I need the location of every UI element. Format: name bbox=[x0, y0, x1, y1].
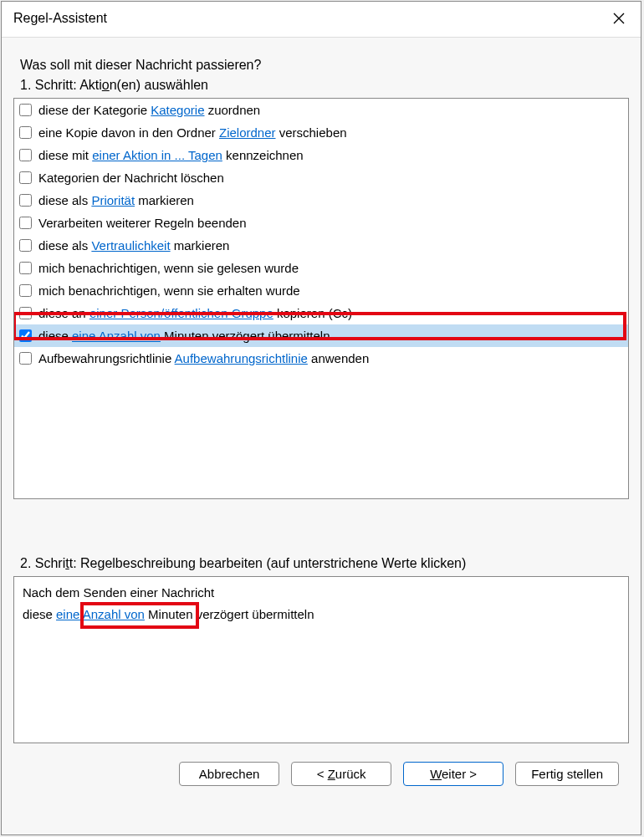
button-bar: Abbrechen < Zurück Weiter > Fertig stell… bbox=[12, 743, 631, 799]
next-button[interactable]: Weiter > bbox=[403, 762, 503, 786]
action-label: Verarbeiten weiterer Regeln beenden bbox=[38, 212, 247, 233]
action-checkbox[interactable] bbox=[19, 171, 32, 184]
action-checkbox[interactable] bbox=[19, 194, 32, 207]
rules-wizard-dialog: Regel-Assistent Was soll mit dieser Nach… bbox=[1, 1, 641, 835]
actions-listbox[interactable]: diese der Kategorie Kategorie zuordnenei… bbox=[13, 98, 629, 499]
step1-label: 1. Schritt: Aktion(en) auswählen bbox=[12, 78, 631, 98]
action-link[interactable]: Vertraulichkeit bbox=[91, 238, 170, 253]
action-label: diese mit einer Aktion in ... Tagen kenn… bbox=[38, 145, 304, 166]
action-item[interactable]: Kategorien der Nachricht löschen bbox=[14, 166, 628, 189]
rule-description-box[interactable]: Nach dem Senden einer Nachricht diese ei… bbox=[13, 576, 629, 743]
action-checkbox[interactable] bbox=[19, 307, 32, 319]
close-icon bbox=[613, 13, 625, 24]
step2-label: 2. Schritt: Regelbeschreibung bearbeiten… bbox=[12, 533, 631, 576]
action-checkbox[interactable] bbox=[19, 284, 32, 297]
action-link[interactable]: Zielordner bbox=[219, 125, 276, 140]
action-item[interactable]: mich benachrichtigen, wenn sie erhalten … bbox=[14, 279, 628, 302]
action-label: Aufbewahrungsrichtlinie Aufbewahrungsric… bbox=[38, 348, 369, 369]
action-link[interactable]: Aufbewahrungsrichtlinie bbox=[175, 351, 308, 365]
action-checkbox[interactable] bbox=[19, 262, 32, 274]
action-checkbox[interactable] bbox=[19, 329, 32, 342]
finish-button[interactable]: Fertig stellen bbox=[515, 762, 619, 786]
action-checkbox[interactable] bbox=[19, 126, 32, 139]
action-link[interactable]: Kategorie bbox=[151, 103, 204, 117]
action-label: diese als Priorität markieren bbox=[38, 190, 194, 211]
action-checkbox[interactable] bbox=[19, 104, 32, 116]
action-label: mich benachrichtigen, wenn sie erhalten … bbox=[38, 280, 300, 301]
question-label: Was soll mit dieser Nachricht passieren? bbox=[12, 44, 631, 78]
action-checkbox[interactable] bbox=[19, 352, 32, 365]
dialog-content: Was soll mit dieser Nachricht passieren?… bbox=[2, 37, 641, 834]
action-checkbox[interactable] bbox=[19, 217, 32, 229]
action-checkbox[interactable] bbox=[19, 149, 32, 161]
desc-line-2: diese eine Anzahl von Minuten verzögert … bbox=[23, 604, 620, 625]
desc-link-count[interactable]: eine Anzahl von bbox=[56, 607, 145, 621]
cancel-button[interactable]: Abbrechen bbox=[179, 762, 279, 786]
action-item[interactable]: Aufbewahrungsrichtlinie Aufbewahrungsric… bbox=[14, 347, 628, 370]
close-button[interactable] bbox=[609, 8, 629, 28]
action-item[interactable]: diese eine Anzahl von Minuten verzögert … bbox=[14, 324, 628, 347]
back-button[interactable]: < Zurück bbox=[291, 762, 391, 786]
action-checkbox[interactable] bbox=[19, 239, 32, 252]
titlebar: Regel-Assistent bbox=[2, 2, 641, 37]
action-item[interactable]: Verarbeiten weiterer Regeln beenden bbox=[14, 212, 628, 234]
action-link[interactable]: Priorität bbox=[91, 193, 135, 207]
desc-line-1: Nach dem Senden einer Nachricht bbox=[23, 582, 620, 604]
action-label: diese an einer Person/öffentlichen Grupp… bbox=[38, 303, 352, 324]
action-label: diese eine Anzahl von Minuten verzögert … bbox=[38, 325, 330, 346]
action-item[interactable]: eine Kopie davon in den Ordner Zielordne… bbox=[14, 121, 628, 144]
dialog-title: Regel-Assistent bbox=[13, 11, 107, 26]
action-label: diese der Kategorie Kategorie zuordnen bbox=[38, 100, 260, 120]
action-label: diese als Vertraulichkeit markieren bbox=[38, 235, 229, 256]
action-label: Kategorien der Nachricht löschen bbox=[38, 167, 224, 188]
action-item[interactable]: diese mit einer Aktion in ... Tagen kenn… bbox=[14, 144, 628, 166]
action-link[interactable]: einer Person/öffentlichen Gruppe bbox=[89, 306, 273, 320]
action-link[interactable]: einer Aktion in ... Tagen bbox=[92, 148, 222, 162]
action-item[interactable]: diese als Vertraulichkeit markieren bbox=[14, 234, 628, 257]
action-label: mich benachrichtigen, wenn sie gelesen w… bbox=[38, 258, 299, 278]
action-label: eine Kopie davon in den Ordner Zielordne… bbox=[38, 122, 347, 143]
action-item[interactable]: diese als Priorität markieren bbox=[14, 189, 628, 212]
action-item[interactable]: mich benachrichtigen, wenn sie gelesen w… bbox=[14, 257, 628, 279]
action-link[interactable]: eine Anzahl von bbox=[72, 329, 161, 343]
action-item[interactable]: diese an einer Person/öffentlichen Grupp… bbox=[14, 302, 628, 324]
action-item[interactable]: diese der Kategorie Kategorie zuordnen bbox=[14, 99, 628, 121]
